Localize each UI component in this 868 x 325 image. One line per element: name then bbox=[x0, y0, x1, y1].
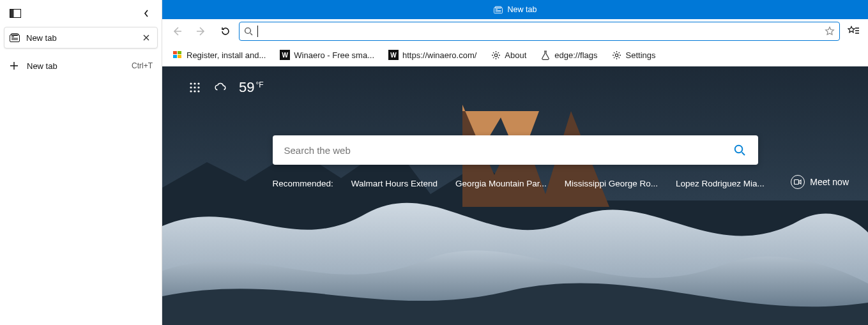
titlebar-tab-icon bbox=[494, 5, 503, 14]
svg-point-25 bbox=[197, 86, 199, 88]
window-titlebar: New tab bbox=[162, 0, 868, 19]
new-tab-page: 59 °F Meet now Recommended: Walmart Hour… bbox=[162, 66, 868, 325]
svg-point-30 bbox=[735, 146, 742, 153]
favorite-item-label: Register, install and... bbox=[187, 50, 266, 60]
search-icon bbox=[243, 26, 254, 36]
favorite-item[interactable]: edge://flags bbox=[537, 47, 601, 63]
back-button[interactable] bbox=[166, 22, 188, 41]
svg-point-28 bbox=[197, 90, 199, 92]
svg-rect-14 bbox=[178, 51, 181, 54]
temperature[interactable]: 59 °F bbox=[239, 79, 264, 96]
favorite-item-label: About bbox=[505, 50, 526, 60]
tabs-panel-icon[interactable] bbox=[9, 7, 22, 20]
window-title: New tab bbox=[508, 5, 537, 14]
nav-toolbar bbox=[162, 19, 868, 43]
forward-button[interactable] bbox=[190, 22, 212, 41]
svg-rect-5 bbox=[11, 38, 18, 39]
letter-w-icon: W bbox=[280, 50, 290, 60]
svg-rect-6 bbox=[11, 40, 18, 40]
favorite-item[interactable]: W https://winaero.com/ bbox=[385, 47, 480, 63]
favorites-star-list-icon[interactable] bbox=[842, 22, 864, 41]
svg-rect-15 bbox=[173, 55, 177, 58]
svg-rect-1 bbox=[10, 10, 14, 18]
favorite-item[interactable]: About bbox=[487, 47, 530, 63]
flask-icon bbox=[540, 50, 551, 60]
recommended-link[interactable]: Lopez Rodriguez Mia... bbox=[676, 179, 765, 188]
svg-point-22 bbox=[197, 82, 199, 84]
video-icon bbox=[791, 175, 805, 189]
temperature-value: 59 bbox=[239, 79, 254, 96]
svg-rect-13 bbox=[173, 51, 177, 54]
favorite-item[interactable]: Register, install and... bbox=[169, 47, 270, 63]
svg-point-23 bbox=[190, 86, 192, 88]
svg-point-17 bbox=[494, 54, 497, 56]
recommended-row: Recommended: Walmart Hours Extend Georgi… bbox=[273, 179, 758, 188]
new-tab-shortcut: Ctrl+T bbox=[132, 61, 153, 70]
refresh-button[interactable] bbox=[215, 22, 236, 41]
weather-icon[interactable] bbox=[213, 80, 227, 94]
svg-rect-16 bbox=[178, 55, 181, 58]
svg-point-26 bbox=[190, 90, 192, 92]
svg-rect-29 bbox=[795, 180, 799, 185]
tab-item-new-tab[interactable]: New tab bbox=[4, 27, 158, 49]
svg-point-24 bbox=[194, 86, 195, 88]
meet-now-button[interactable]: Meet now bbox=[791, 175, 849, 189]
svg-point-20 bbox=[190, 82, 192, 84]
grid-menu-icon[interactable] bbox=[188, 80, 202, 94]
svg-point-18 bbox=[615, 54, 618, 56]
gear-icon bbox=[612, 50, 622, 60]
svg-rect-10 bbox=[495, 10, 501, 10]
temperature-unit: °F bbox=[255, 80, 263, 89]
new-tab-button[interactable]: New tab Ctrl+T bbox=[4, 55, 158, 77]
browser-main: New tab bbox=[162, 0, 868, 325]
search-icon[interactable] bbox=[733, 143, 747, 157]
ntp-search-input[interactable] bbox=[284, 145, 733, 156]
letter-w-icon: W bbox=[388, 50, 399, 60]
favorite-star-icon[interactable] bbox=[824, 26, 835, 37]
ntp-top-overlay: 59 °F bbox=[188, 79, 264, 96]
vertical-tabs-panel: New tab New tab Ctrl+T bbox=[0, 0, 162, 325]
favorite-item-label: https://winaero.com/ bbox=[402, 50, 476, 60]
windows-icon bbox=[172, 50, 183, 60]
tab-item-label: New tab bbox=[26, 33, 134, 43]
meet-now-label: Meet now bbox=[810, 177, 849, 187]
recommended-link[interactable]: Mississippi George Ro... bbox=[565, 179, 658, 188]
svg-rect-11 bbox=[495, 11, 501, 11]
recommended-label: Recommended: bbox=[273, 179, 333, 188]
address-input[interactable] bbox=[262, 26, 820, 36]
favorites-bar: Register, install and... W Winaero - Fre… bbox=[162, 43, 868, 66]
svg-point-21 bbox=[194, 82, 195, 84]
ntp-background-image bbox=[162, 66, 868, 325]
address-bar[interactable] bbox=[239, 22, 840, 41]
newtab-favicon-icon bbox=[10, 33, 20, 43]
new-tab-label: New tab bbox=[27, 61, 124, 71]
recommended-link[interactable]: Georgia Mountain Par... bbox=[455, 179, 547, 188]
favorite-item[interactable]: W Winaero - Free sma... bbox=[276, 47, 378, 63]
svg-rect-9 bbox=[495, 9, 498, 10]
vertical-tabs-header bbox=[4, 4, 158, 23]
address-caret bbox=[257, 26, 258, 37]
svg-point-12 bbox=[245, 28, 251, 34]
recommended-link[interactable]: Walmart Hours Extend bbox=[351, 179, 438, 188]
ntp-search-box[interactable] bbox=[273, 135, 758, 165]
close-tab-icon[interactable] bbox=[141, 32, 152, 43]
favorite-item[interactable]: Settings bbox=[608, 47, 660, 63]
svg-rect-4 bbox=[11, 36, 14, 37]
svg-point-27 bbox=[194, 90, 195, 92]
favorite-item-label: Winaero - Free sma... bbox=[294, 50, 374, 60]
favorite-item-label: edge://flags bbox=[554, 50, 597, 60]
chevron-left-icon[interactable] bbox=[140, 7, 153, 20]
plus-icon bbox=[9, 61, 19, 71]
favorite-item-label: Settings bbox=[626, 50, 656, 60]
gear-icon bbox=[491, 50, 501, 60]
